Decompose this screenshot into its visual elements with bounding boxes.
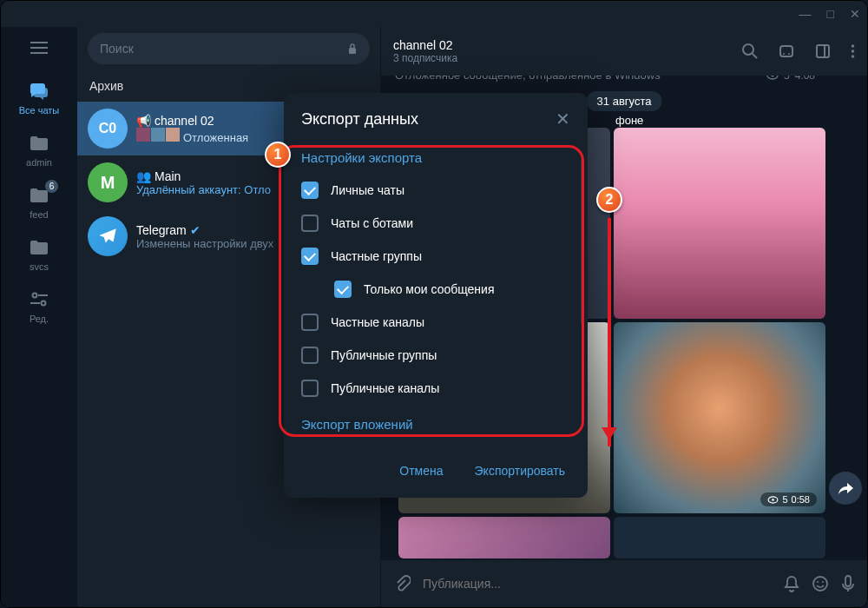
window-minimize-button[interactable]: — [799,7,812,21]
svg-point-14 [852,55,855,58]
export-option-personal-chats[interactable]: Личные чаты [284,174,588,207]
search-row: Поиск [77,27,380,70]
option-label: Публичные группы [331,348,437,362]
annotation-arrow [608,218,611,446]
chat-header-subtitle: 3 подписчика [393,52,733,64]
svg-rect-10 [817,45,829,57]
notify-icon[interactable] [784,575,799,592]
window-maximize-button[interactable]: □ [827,7,834,21]
composer-input[interactable] [423,577,772,591]
gallery-image[interactable] [614,128,825,319]
checkbox-icon [301,215,319,232]
date-badge: 31 августа [587,91,662,111]
eye-icon [766,76,779,80]
svg-point-19 [813,577,827,591]
checkbox-icon [334,281,352,298]
svg-point-21 [822,581,824,583]
chat-title: Main [155,169,181,183]
message-time: 4:08 [795,76,815,82]
search-input[interactable]: Поиск [88,33,370,64]
gallery-caption: фоне [615,114,643,127]
composer [381,560,867,607]
export-option-bot-chats[interactable]: Чаты с ботами [284,207,588,240]
emoji-icon[interactable] [812,575,829,592]
sidebar-item-admin[interactable]: admin [1,124,77,176]
option-label: Частные группы [331,249,422,263]
archive-label: Архив [89,79,123,93]
folder-icon [27,237,51,258]
attach-icon[interactable] [393,575,411,592]
svg-point-8 [783,53,785,55]
option-label: Частные каналы [331,315,424,329]
chat-title: Telegram [136,223,187,237]
close-icon[interactable]: ✕ [556,109,570,129]
cancel-button[interactable]: Отмена [385,456,457,486]
svg-rect-4 [349,48,356,54]
sidebar-item-label: Все чаты [19,105,60,116]
settings-icon [27,289,51,310]
export-option-private-groups[interactable]: Частные группы [284,240,588,273]
gallery-image[interactable] [398,517,610,558]
menu-button[interactable] [22,32,56,63]
sidebar-item-label: feed [30,209,48,220]
svg-point-13 [852,50,855,53]
chat-subtitle: Отложенная [183,131,248,144]
lock-icon [347,43,358,55]
export-option-public-groups[interactable]: Публичные группы [284,339,588,372]
stream-icon[interactable] [778,43,795,60]
folder-icon [27,133,51,154]
message-meta: 5 0:58 [760,492,817,506]
option-label: Только мои сообщения [364,282,495,296]
forward-button[interactable] [829,472,862,505]
export-option-private-channels[interactable]: Частные каналы [284,306,588,339]
dialog-section-title: Настройки экспорта [284,145,588,174]
svg-line-6 [753,54,757,58]
svg-point-9 [788,53,790,55]
voice-icon[interactable] [841,574,855,593]
more-icon[interactable] [851,43,855,60]
sidebar-item-edit[interactable]: Ред. [1,281,77,333]
option-label: Личные чаты [331,183,404,197]
option-label: Публичные каналы [331,381,439,395]
window-close-button[interactable]: ✕ [850,7,860,21]
chat-header-title: channel 02 [393,38,733,52]
sidebar-item-label: Ред. [30,314,49,324]
avatar: M [88,162,128,202]
gallery-image[interactable]: 5 0:58 [614,322,825,513]
views-count: 5 [784,76,790,82]
megaphone-icon: 📢 [136,114,151,128]
option-label: Чаты с ботами [331,216,413,230]
svg-point-5 [743,44,753,55]
dialog-title: Экспорт данных [301,110,418,129]
chat-header: channel 02 3 подписчика [381,27,867,76]
dialog-section-title: Экспорт вложений [284,405,588,440]
message-text: Отложенное сообщение, отправленное в Win… [395,76,661,82]
checkbox-icon [301,182,319,199]
export-option-public-channels[interactable]: Публичные каналы [284,372,588,405]
svg-point-2 [42,301,46,306]
media-thumbs [136,128,180,142]
annotation-marker-2: 2 [596,187,622,213]
sidebar-item-svcs[interactable]: svcs [1,228,77,281]
svg-point-20 [817,581,819,583]
svg-point-16 [771,76,773,76]
sidebar-item-feed[interactable]: 6 feed [1,176,77,228]
sidepanel-icon[interactable] [814,43,832,60]
svg-rect-22 [845,576,851,586]
export-option-only-my-messages[interactable]: Только мои сообщения [284,273,588,306]
verified-icon: ✔ [190,223,201,237]
search-icon[interactable] [741,43,759,60]
search-placeholder: Поиск [100,42,134,56]
left-sidebar: Все чаты admin 6 feed svcs Ред. [1,27,77,607]
scrollbar[interactable] [581,159,584,324]
export-data-dialog: Экспорт данных ✕ Настройки экспорта Личн… [284,93,588,498]
sidebar-item-all-chats[interactable]: Все чаты [1,72,77,124]
gallery-image[interactable] [614,517,825,558]
svg-point-12 [852,44,855,48]
checkbox-icon [301,314,319,331]
export-button[interactable]: Экспортировать [461,456,579,486]
svg-point-18 [773,499,775,501]
annotation-marker-1: 1 [265,142,291,168]
checkbox-icon [301,347,319,364]
window-titlebar: — □ ✕ [1,1,867,27]
